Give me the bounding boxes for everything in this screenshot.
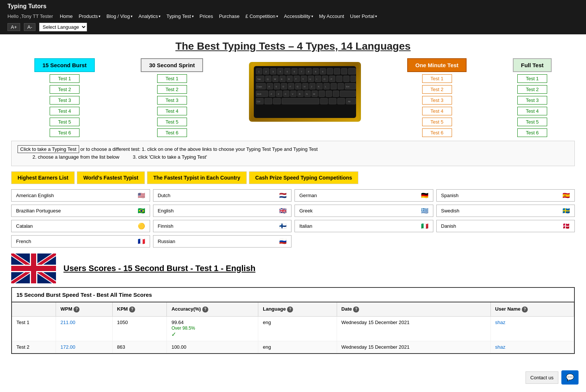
nav-accessibility[interactable]: Accessibility	[282, 12, 315, 21]
test-full-6[interactable]: Test 6	[517, 128, 547, 137]
test-15s-3[interactable]: Test 3	[50, 96, 80, 105]
test-30s-2[interactable]: Test 2	[157, 85, 187, 94]
test-full-5[interactable]: Test 5	[517, 118, 547, 126]
test-15s-4[interactable]: Test 4	[50, 107, 80, 115]
test-1min-6[interactable]: Test 6	[422, 128, 452, 137]
keyboard-svg: 123 456 789 0 Tab QWE RTY UIO P Caps ASD…	[251, 63, 359, 121]
test-30s-6[interactable]: Test 6	[157, 128, 187, 137]
site-title: Typing Tutors	[7, 3, 579, 10]
date-info-icon[interactable]: ?	[353, 307, 359, 312]
test-15s-6[interactable]: Test 6	[50, 128, 80, 137]
kpm-info-icon[interactable]: ?	[129, 307, 135, 312]
nav-analytics[interactable]: Analytics	[136, 12, 163, 21]
test-30s-5[interactable]: Test 5	[157, 118, 187, 126]
svg-rect-40	[331, 83, 337, 89]
lang-english[interactable]: English 🇬🇧	[153, 205, 292, 217]
font-increase-button[interactable]: A+	[7, 23, 20, 31]
lang-dutch[interactable]: Dutch 🇳🇱	[153, 189, 292, 202]
test-1min-1[interactable]: Test 1	[422, 74, 452, 83]
accuracy-info-icon[interactable]: ?	[202, 307, 208, 312]
nav-prices[interactable]: Prices	[197, 12, 215, 21]
username-info-icon[interactable]: ?	[522, 307, 528, 312]
top-nav: Typing Tutors Hello ,Tony TT Tester Home…	[0, 0, 586, 34]
highest-earners-button[interactable]: Highest Earners List	[11, 171, 75, 184]
lang-greek[interactable]: Greek 🇬🇷	[294, 205, 433, 217]
svg-text:Caps: Caps	[257, 85, 262, 88]
test-type-1min-button[interactable]: One Minute Test	[407, 58, 467, 72]
nav-my-account[interactable]: My Account	[317, 12, 346, 21]
wpm-link-2[interactable]: 172.00	[60, 344, 75, 350]
nav-user-portal[interactable]: User Portal	[348, 12, 379, 21]
nav-competition[interactable]: £ Competition	[243, 12, 280, 21]
username-link-1[interactable]: shaz	[495, 320, 505, 325]
svg-rect-54	[340, 91, 356, 97]
test-15s-5[interactable]: Test 5	[50, 118, 80, 126]
lang-label: Greek	[299, 208, 312, 214]
nav-products[interactable]: Products	[77, 12, 103, 21]
wpm-info-icon[interactable]: ?	[74, 307, 80, 312]
svg-rect-61	[337, 98, 345, 104]
svg-text:M: M	[313, 93, 315, 95]
catalan-flag: 🟡	[138, 223, 145, 230]
greeting: Hello ,Tony TT Tester	[7, 13, 53, 19]
test-full-4[interactable]: Test 4	[517, 107, 547, 115]
nav-typing-test[interactable]: Typing Test	[164, 12, 196, 21]
test-1min-5[interactable]: Test 5	[422, 118, 452, 126]
svg-rect-37	[309, 83, 315, 89]
svg-rect-24	[315, 76, 321, 82]
svg-text:Shift: Shift	[257, 93, 261, 95]
test-col-30s: 30 Second Sprint Test 1 Test 2 Test 3 Te…	[141, 58, 203, 137]
lang-catalan[interactable]: Catalan 🟡	[11, 220, 150, 232]
test-type-30s-button[interactable]: 30 Second Sprint	[141, 58, 203, 72]
cell-language: eng	[258, 316, 337, 341]
test-1min-4[interactable]: Test 4	[422, 107, 452, 115]
language-info-icon[interactable]: ?	[287, 307, 293, 312]
svg-text:P: P	[331, 78, 332, 80]
test-1min-3[interactable]: Test 3	[422, 96, 452, 105]
test-type-full-button[interactable]: Full Test	[513, 58, 552, 72]
svg-text:A: A	[268, 85, 270, 88]
svg-rect-13	[334, 68, 340, 74]
keyboard-image: 123 456 789 0 Tab QWE RTY UIO P Caps ASD…	[249, 62, 361, 122]
lang-spanish[interactable]: Spanish 🇪🇸	[436, 189, 575, 202]
lang-finnish[interactable]: Finnish 🇫🇮	[153, 220, 292, 232]
lang-label: Brazilian Portuguese	[16, 208, 61, 214]
lang-french[interactable]: French 🇫🇷	[11, 235, 150, 248]
svg-text:F: F	[290, 85, 291, 88]
lang-german[interactable]: German 🇩🇪	[294, 189, 433, 202]
lang-russian[interactable]: Russian 🇷🇺	[153, 235, 292, 248]
username-link-2[interactable]: shaz	[495, 344, 505, 350]
lang-italian[interactable]: Italian 🇮🇹	[294, 220, 433, 232]
worlds-fastest-typist-button[interactable]: World's Fastest Typist	[77, 171, 145, 184]
click-to-test-link[interactable]: Click to take a Typing Test	[18, 145, 79, 153]
lang-brazilian-portuguese[interactable]: Brazilian Portuguese 🇧🇷	[11, 205, 150, 217]
scores-table-wrapper: 15 Second Burst Speed Test - Best All Ti…	[11, 287, 575, 354]
col-accuracy: Accuracy(%) ?	[167, 302, 258, 317]
cell-accuracy: 99.64 Over 98.5% ✓	[167, 316, 258, 341]
font-decrease-button[interactable]: A-	[24, 23, 35, 31]
nav-purchase[interactable]: Purchase	[217, 12, 242, 21]
test-full-1[interactable]: Test 1	[517, 74, 547, 83]
lang-swedish[interactable]: Swedish 🇸🇪	[436, 205, 575, 217]
info-step2: 2. choose a language from the list below	[32, 153, 119, 161]
test-full-2[interactable]: Test 2	[517, 85, 547, 94]
col-username: User Name ?	[490, 302, 574, 317]
nav-home[interactable]: Home	[57, 12, 75, 21]
nav-blog[interactable]: Blog / Vlog	[104, 12, 135, 21]
test-15s-2[interactable]: Test 2	[50, 85, 80, 94]
cash-prize-button[interactable]: Cash Prize Speed Typing Competitions	[249, 171, 359, 184]
test-30s-3[interactable]: Test 3	[157, 96, 187, 105]
svg-rect-44	[269, 91, 275, 97]
test-30s-4[interactable]: Test 4	[157, 107, 187, 115]
test-full-3[interactable]: Test 3	[517, 96, 547, 105]
lang-label: Spanish	[441, 193, 459, 198]
test-1min-2[interactable]: Test 2	[422, 85, 452, 94]
wpm-link-1[interactable]: 211.00	[60, 320, 75, 325]
fastest-by-country-button[interactable]: The Fastest Typist in Each Country	[147, 171, 247, 184]
test-type-15s-button[interactable]: 15 Second Burst	[34, 58, 95, 72]
lang-american-english[interactable]: American English 🇺🇸	[11, 189, 150, 202]
test-30s-1[interactable]: Test 1	[157, 74, 187, 83]
test-15s-1[interactable]: Test 1	[50, 74, 80, 83]
language-select[interactable]: Select Language	[39, 23, 87, 31]
lang-danish[interactable]: Danish 🇩🇰	[436, 220, 575, 232]
